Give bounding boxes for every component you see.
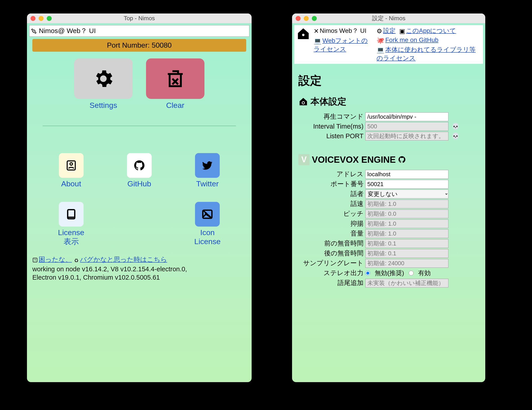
- github-tile[interactable]: GitHub: [111, 153, 168, 188]
- tools-icon: ✕: [314, 28, 319, 35]
- document-icon: [65, 208, 77, 220]
- vv-suffix-label: 語尾追加: [298, 279, 363, 287]
- vv-presilence-label: 前の無音時間: [298, 239, 363, 248]
- settings-icon-box: [74, 59, 133, 99]
- traffic-lights: [30, 16, 52, 21]
- minimize-icon[interactable]: [39, 16, 44, 21]
- footer-links: ? 困ったな、 バグかなと思った時はこちら: [32, 255, 246, 264]
- stereo-on-label: 有効: [418, 269, 431, 277]
- svg-point-1: [70, 163, 72, 165]
- listen-input[interactable]: [365, 132, 448, 140]
- github-icon: 🐙: [377, 37, 384, 44]
- minimize-icon[interactable]: [304, 16, 309, 21]
- iconlicense-tile[interactable]: Icon License: [179, 202, 236, 246]
- svg-line-5: [203, 210, 212, 218]
- help-link-1[interactable]: 困ったな、: [39, 256, 72, 263]
- iconlicense-label: Icon License: [194, 228, 221, 246]
- row-play-cmd: 再生コマンド: [298, 112, 479, 121]
- vv-intonation-input[interactable]: [365, 219, 448, 228]
- about-tile[interactable]: About: [43, 153, 100, 188]
- vv-volume-input[interactable]: [365, 229, 448, 238]
- section-vv-heading: V VOICEVOX ENGINE: [298, 154, 479, 165]
- vv-speed-input[interactable]: [365, 200, 448, 208]
- twitter-tile[interactable]: Twitter: [179, 153, 236, 188]
- stereo-on-radio[interactable]: [409, 271, 414, 276]
- settings-tile[interactable]: Settings: [74, 59, 133, 110]
- close-icon[interactable]: [30, 16, 36, 21]
- window-title: 設定 - Nimos: [292, 14, 485, 22]
- svg-text:?: ?: [34, 258, 36, 262]
- home-icon: [296, 27, 311, 41]
- github-icon: [133, 159, 145, 172]
- help-icon: ?: [32, 257, 38, 263]
- laptop-icon: 💻: [314, 37, 322, 45]
- vv-suffix-input[interactable]: [365, 279, 448, 287]
- image-icon: [201, 208, 213, 220]
- vv-speed-label: 話速: [298, 199, 363, 208]
- vv-addr-label: アドレス: [298, 170, 363, 179]
- nav-brand: ✕Nimos Web？ UI: [314, 27, 372, 35]
- skull-icon: 💀: [452, 132, 459, 140]
- twitter-icon: [201, 159, 213, 172]
- version-line-2: Electron v19.0.1, Chromium v102.0.5005.6…: [32, 274, 246, 281]
- home-gear-icon: [298, 97, 308, 107]
- stereo-off-label: 無効(推奨): [375, 269, 404, 277]
- window-title: Top - Nimos: [27, 15, 252, 22]
- help-link-2[interactable]: バグかなと思った時はこちら: [80, 256, 167, 263]
- play-cmd-label: 再生コマンド: [298, 112, 363, 121]
- traffic-lights: [296, 16, 317, 21]
- clear-tile[interactable]: Clear: [146, 59, 204, 110]
- nav-fork[interactable]: Fork me on GitHub: [385, 36, 438, 43]
- window-top: Top - Nimos Nimos@ Web？ UI Port Number: …: [27, 13, 252, 382]
- play-cmd-input[interactable]: [365, 112, 448, 121]
- nav-home[interactable]: [296, 27, 311, 41]
- section-main-heading: 本体設定: [298, 95, 479, 108]
- vv-presilence-input[interactable]: [365, 239, 448, 248]
- nav-webfont[interactable]: Webフォントのライセンス: [314, 37, 368, 53]
- divider: [43, 126, 236, 126]
- interval-input[interactable]: [365, 122, 448, 131]
- page-heading: 設定: [298, 73, 479, 88]
- bug-icon: [74, 257, 79, 263]
- toolbar-label: Nimos@ Web？ UI: [39, 26, 96, 36]
- voicevox-badge-icon: V: [298, 154, 310, 165]
- vv-volume-label: 音量: [298, 229, 363, 238]
- vv-speaker-label: 話者: [298, 189, 363, 198]
- github-icon[interactable]: [398, 156, 406, 164]
- vv-addr-input[interactable]: [365, 170, 448, 179]
- row-interval: Interval Time(ms) 💀: [298, 122, 479, 131]
- listen-label: Listen PORT: [298, 132, 363, 140]
- twitter-label: Twitter: [196, 179, 218, 188]
- vv-stereo-label: ステレオ出力: [298, 269, 363, 278]
- vv-port-input[interactable]: [365, 180, 448, 189]
- nav-settings[interactable]: 設定: [383, 27, 396, 34]
- settings-label: Settings: [90, 101, 117, 110]
- skull-icon: 💀: [452, 123, 459, 130]
- license-tile[interactable]: License 表示: [43, 202, 100, 246]
- port-banner: Port Number: 50080: [32, 39, 246, 52]
- stereo-off-radio[interactable]: [365, 271, 370, 276]
- clear-label: Clear: [166, 101, 184, 110]
- license-label: License 表示: [58, 228, 84, 246]
- svg-point-9: [302, 34, 305, 36]
- row-listen-port: Listen PORT 💀: [298, 132, 479, 140]
- gear-icon: ⚙: [377, 28, 382, 35]
- about-icon: [65, 159, 77, 172]
- laptop-icon: 💻: [377, 46, 384, 54]
- about-label: About: [61, 179, 81, 188]
- window-settings: 設定 - Nimos ✕Nimos Web？ UI 💻Webフォントのライセンス…: [292, 13, 485, 382]
- nav-about[interactable]: このAppについて: [406, 27, 456, 34]
- vv-sample-input[interactable]: [365, 259, 448, 268]
- close-icon[interactable]: [296, 16, 301, 21]
- nav-liblicense[interactable]: 本体に使われてるライブラリ等のライセンス: [377, 46, 476, 62]
- zoom-icon[interactable]: [47, 16, 52, 21]
- nav: ✕Nimos Web？ UI 💻Webフォントのライセンス ⚙設定 ▣このApp…: [294, 25, 483, 64]
- vv-pitch-input[interactable]: [365, 209, 448, 218]
- vv-port-label: ポート番号: [298, 180, 363, 189]
- github-label: GitHub: [127, 179, 151, 188]
- tools-icon: [31, 28, 37, 34]
- zoom-icon[interactable]: [312, 16, 317, 21]
- vv-speaker-select[interactable]: 変更しない: [365, 189, 448, 198]
- clear-icon-box: [146, 59, 204, 99]
- vv-postsilence-input[interactable]: [365, 249, 448, 258]
